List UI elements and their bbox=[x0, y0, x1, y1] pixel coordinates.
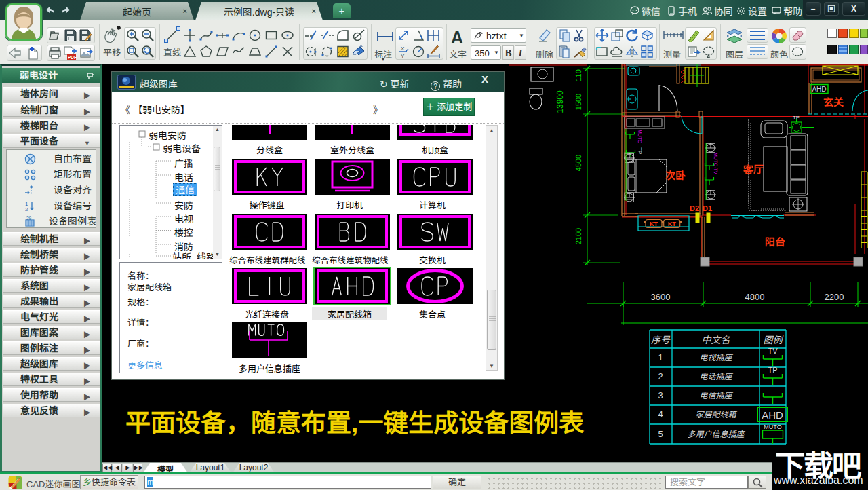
svg-text:客厅: 客厅 bbox=[743, 164, 764, 175]
svg-text:AHD: AHD bbox=[812, 86, 826, 93]
svg-text:MUTO-TV: MUTO-TV bbox=[713, 153, 718, 174]
svg-text:2200: 2200 bbox=[825, 292, 844, 302]
svg-text:电信插座: 电信插座 bbox=[699, 391, 733, 400]
svg-text:PDF: PDF bbox=[68, 55, 77, 60]
svg-text:图例: 图例 bbox=[764, 335, 784, 345]
svg-text:X: X bbox=[401, 45, 405, 52]
svg-text:KT: KT bbox=[668, 221, 676, 227]
svg-text:110: 110 bbox=[574, 69, 583, 81]
svg-text:电话插座: 电话插座 bbox=[699, 372, 733, 381]
svg-text:1: 1 bbox=[658, 352, 663, 362]
svg-text:序号: 序号 bbox=[651, 335, 671, 345]
svg-text:3600: 3600 bbox=[651, 292, 671, 302]
svg-text:13900: 13900 bbox=[555, 90, 565, 113]
svg-text:次卧: 次卧 bbox=[665, 170, 686, 181]
svg-text:2: 2 bbox=[25, 206, 28, 212]
svg-text:阳台: 阳台 bbox=[765, 236, 785, 248]
svg-text:Y: Y bbox=[401, 53, 405, 58]
svg-text:TP: TP bbox=[768, 366, 777, 374]
svg-text:TV: TV bbox=[768, 347, 778, 355]
svg-text:3: 3 bbox=[658, 390, 663, 400]
svg-text:1500: 1500 bbox=[574, 94, 583, 110]
svg-text:2: 2 bbox=[658, 371, 663, 381]
svg-text:D2: D2 bbox=[690, 204, 699, 212]
svg-text:玄关: 玄关 bbox=[823, 96, 844, 108]
svg-text:4500: 4500 bbox=[574, 155, 583, 171]
svg-text:中文名: 中文名 bbox=[702, 335, 731, 345]
svg-text:2100: 2100 bbox=[574, 228, 583, 244]
svg-text:D1: D1 bbox=[703, 204, 712, 212]
svg-text:TP: TP bbox=[793, 115, 800, 121]
svg-text:MUTO: MUTO bbox=[637, 130, 642, 144]
svg-text:电视插座: 电视插座 bbox=[699, 353, 733, 362]
svg-text:4800: 4800 bbox=[745, 292, 765, 302]
svg-text:TP: TP bbox=[637, 147, 643, 154]
svg-text:29: 29 bbox=[26, 216, 32, 221]
svg-text:KT: KT bbox=[650, 221, 658, 227]
